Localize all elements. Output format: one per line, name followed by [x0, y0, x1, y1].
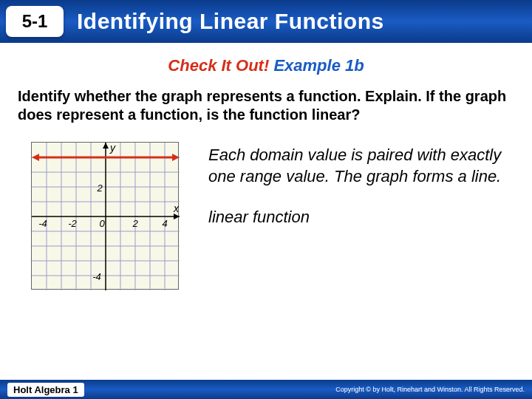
section-badge: 5-1: [6, 6, 64, 37]
graph-svg: -4 -2 0 2 4 -4 2 x y: [32, 143, 180, 290]
y-axis-label: y: [109, 143, 116, 154]
x-axis-label: x: [173, 202, 180, 214]
footer-book-title: Holt Algebra 1: [7, 383, 84, 397]
question-text: Identify whether the graph represents a …: [18, 87, 514, 124]
body-row: -4 -2 0 2 4 -4 2 x y: [18, 142, 514, 290]
header-title: Identifying Linear Functions: [77, 9, 384, 34]
subtitle: Check It Out! Example 1b: [18, 56, 514, 75]
example-label: Example 1b: [273, 56, 364, 75]
answer-column: Each domain value is paired with exactly…: [208, 142, 514, 227]
answer-conclusion: linear function: [208, 208, 514, 227]
tick-x-4: 4: [162, 218, 167, 229]
coordinate-graph: -4 -2 0 2 4 -4 2 x y: [31, 142, 179, 290]
svg-marker-16: [174, 214, 180, 219]
footer-copyright: Copyright © by Holt, Rinehart and Winsto…: [335, 386, 525, 393]
tick-origin: 0: [99, 218, 105, 229]
tick-y-2: 2: [96, 183, 103, 194]
arrow-right-icon: [172, 154, 180, 161]
tick-x-neg4: -4: [38, 218, 47, 229]
content-area: Check It Out! Example 1b Identify whethe…: [0, 43, 532, 290]
tick-x-2: 2: [132, 218, 138, 229]
graph-container: -4 -2 0 2 4 -4 2 x y: [31, 142, 179, 290]
section-number: 5-1: [22, 11, 48, 32]
arrow-left-icon: [32, 154, 39, 161]
header-bar: 5-1 Identifying Linear Functions: [0, 0, 532, 43]
check-it-out-label: Check It Out!: [168, 56, 269, 75]
tick-y-neg4: -4: [92, 271, 101, 282]
svg-marker-17: [103, 143, 109, 149]
footer-bar: Holt Algebra 1 Copyright © by Holt, Rine…: [0, 380, 532, 399]
tick-x-neg2: -2: [68, 218, 77, 229]
answer-explanation: Each domain value is paired with exactly…: [208, 145, 514, 187]
